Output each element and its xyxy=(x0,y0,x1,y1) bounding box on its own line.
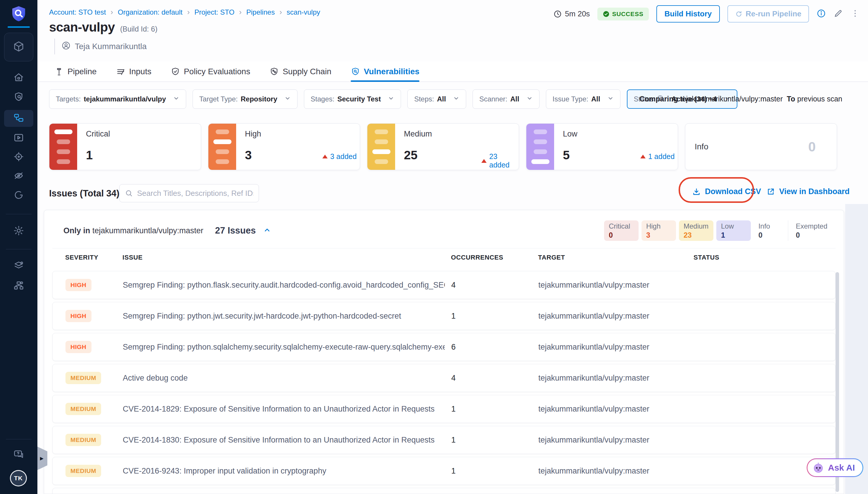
severity-card-critical[interactable]: Critical 1 xyxy=(49,124,201,170)
table-row[interactable]: MEDIUM CVE-2014-1830: Exposure of Sensit… xyxy=(52,426,835,454)
table-row[interactable]: HIGH Semgrep Finding: python.jwt.securit… xyxy=(52,302,835,330)
tab-policy-evaluations[interactable]: Policy Evaluations xyxy=(171,61,250,82)
sidebar-item-pipelines[interactable] xyxy=(4,110,33,127)
only-in-label: Only in tejakummarikuntla/vulpy:master xyxy=(63,226,204,235)
added-delta: 3 added xyxy=(322,152,356,161)
table-row[interactable]: MEDIUM CVE-2016-9243: Improper input val… xyxy=(52,457,835,485)
breadcrumb-link[interactable]: Pipelines xyxy=(246,7,287,17)
download-csv-button[interactable]: Download CSV xyxy=(692,187,761,196)
rerun-pipeline-button[interactable]: Re-run Pipeline xyxy=(728,5,809,22)
sidebar-item-scans[interactable] xyxy=(4,89,33,106)
table-header-row: SEVERITY ISSUE OCCURRENCES TARGET STATUS xyxy=(52,248,835,266)
info-circle-icon[interactable] xyxy=(816,9,826,19)
chip-medium[interactable]: Medium23 xyxy=(679,221,713,241)
filters-row: Targets:tejakummarikuntla/vulpy Target T… xyxy=(49,90,737,109)
tab-supply-chain[interactable]: Supply Chain xyxy=(269,61,331,82)
chip-high[interactable]: High3 xyxy=(641,221,676,241)
card-count: 0 xyxy=(808,139,816,155)
chip-info[interactable]: Info0 xyxy=(754,221,788,241)
chip-low[interactable]: Low1 xyxy=(716,221,751,241)
sidebar-item-home[interactable] xyxy=(4,70,33,87)
ai-robot-icon xyxy=(812,461,825,474)
issue-title: Semgrep Finding: python.sqlalchemy.secur… xyxy=(123,343,445,352)
table-row[interactable]: HIGH Semgrep Finding: python.sqlalchemy.… xyxy=(52,333,835,361)
chip-exempted[interactable]: Exempted0 xyxy=(791,221,832,241)
chip-critical[interactable]: Critical0 xyxy=(604,221,639,241)
harness-sto-logo-icon xyxy=(9,5,28,24)
table-row[interactable]: HIGH Semgrep Finding: python.flask.secur… xyxy=(52,271,835,299)
eye-off-icon xyxy=(13,170,24,183)
severity-card-high[interactable]: High 3 3 added xyxy=(208,124,360,170)
sidebar-item-exemptions[interactable] xyxy=(4,187,33,204)
sidebar-item-settings[interactable] xyxy=(4,223,33,240)
sidebar-divider xyxy=(6,214,32,214)
sidebar-item-targets[interactable] xyxy=(4,149,33,166)
table-row[interactable]: MEDIUM CVE-2017-11424: PyJWT should not … xyxy=(52,488,835,494)
build-history-button[interactable]: Build History xyxy=(656,5,720,22)
filter-stages[interactable]: Stages:Security Test xyxy=(304,90,401,109)
tab-inputs[interactable]: Inputs xyxy=(116,61,151,82)
tab-vulnerabilities[interactable]: Vulnerabilities xyxy=(351,61,419,82)
crosshair-icon xyxy=(13,151,24,164)
triggered-by-user: Teja Kummarikuntla xyxy=(75,42,147,51)
severity-badge: MEDIUM xyxy=(65,465,101,477)
filter-target-type[interactable]: Target Type:Repository xyxy=(193,90,297,109)
severity-level-indicator xyxy=(367,124,395,170)
breadcrumb-link[interactable]: Project: STO xyxy=(194,7,246,17)
sidebar-item-baselines[interactable] xyxy=(4,168,33,185)
chevron-down-icon xyxy=(453,95,459,103)
issue-title: Semgrep Finding: python.flask.security.a… xyxy=(123,281,445,290)
severity-card-medium[interactable]: Medium 25 23 added xyxy=(367,124,519,170)
card-label: Low xyxy=(563,130,678,138)
issue-title: Active debug code xyxy=(123,374,445,383)
edit-pencil-icon[interactable] xyxy=(833,9,843,19)
module-selector-button[interactable] xyxy=(4,33,33,61)
home-icon xyxy=(13,72,24,84)
chevron-down-icon xyxy=(173,95,179,103)
breadcrumb-link[interactable]: Organization: default xyxy=(118,7,194,17)
severity-badge: HIGH xyxy=(65,341,92,353)
occurrences-value: 1 xyxy=(445,436,538,444)
view-in-dashboard-button[interactable]: View in Dashboard xyxy=(766,187,850,196)
execution-tabs: Pipeline Inputs Policy Evaluations Suppl… xyxy=(37,61,868,82)
target-value: tejakummarikuntla/vulpy:master xyxy=(538,436,694,444)
table-row[interactable]: MEDIUM Active debug code 4 tejakummariku… xyxy=(52,364,835,392)
severity-card-low[interactable]: Low 5 1 added xyxy=(526,124,678,170)
app-window: TK ► Account: STO testOrganization: defa… xyxy=(0,0,868,494)
kebab-menu-icon[interactable] xyxy=(850,9,860,19)
build-id-label: (Build Id: 6) xyxy=(120,25,157,33)
chevron-up-icon[interactable] xyxy=(263,226,271,235)
expand-arrow-icon: ► xyxy=(39,455,45,462)
col-target: TARGET xyxy=(538,254,694,261)
chevron-down-icon xyxy=(284,95,291,103)
added-delta: 1 added xyxy=(640,152,675,161)
severity-badge: HIGH xyxy=(65,279,92,291)
target-value: tejakummarikuntla/vulpy:master xyxy=(538,343,694,352)
triangle-up-icon xyxy=(640,155,645,158)
filter-issue-type[interactable]: Issue Type:All xyxy=(546,90,620,109)
severity-card-info[interactable]: Info 0 xyxy=(685,124,837,170)
ask-ai-button[interactable]: Ask AI xyxy=(807,458,863,477)
sidebar-item-org-settings[interactable] xyxy=(4,278,33,294)
sidebar-item-default-settings[interactable] xyxy=(4,258,33,275)
col-occurrences: OCCURRENCES xyxy=(445,254,538,261)
background-strip xyxy=(845,204,868,494)
breadcrumb-link[interactable]: scan-vulpy xyxy=(287,8,320,16)
target-value: tejakummarikuntla/vulpy:master xyxy=(538,467,694,476)
breadcrumb-link[interactable]: Account: STO test xyxy=(49,7,118,17)
sidebar-divider xyxy=(6,439,32,439)
table-row[interactable]: MEDIUM CVE-2014-1829: Exposure of Sensit… xyxy=(52,395,835,423)
filter-targets[interactable]: Targets:tejakummarikuntla/vulpy xyxy=(49,90,186,109)
sidebar-item-help[interactable] xyxy=(4,446,33,463)
user-avatar[interactable]: TK xyxy=(10,470,27,487)
filter-steps[interactable]: Steps:All xyxy=(407,90,466,109)
search-input[interactable] xyxy=(137,189,253,198)
module-active-indicator xyxy=(7,26,30,28)
sidebar-item-executions[interactable] xyxy=(4,130,33,147)
col-status: STATUS xyxy=(694,254,835,261)
tab-pipeline[interactable]: Pipeline xyxy=(54,61,97,82)
ask-ai-label: Ask AI xyxy=(828,463,855,473)
filter-scanner[interactable]: Scanner:All xyxy=(472,90,540,109)
chevron-down-icon xyxy=(607,95,614,103)
severity-badge: MEDIUM xyxy=(65,372,101,384)
